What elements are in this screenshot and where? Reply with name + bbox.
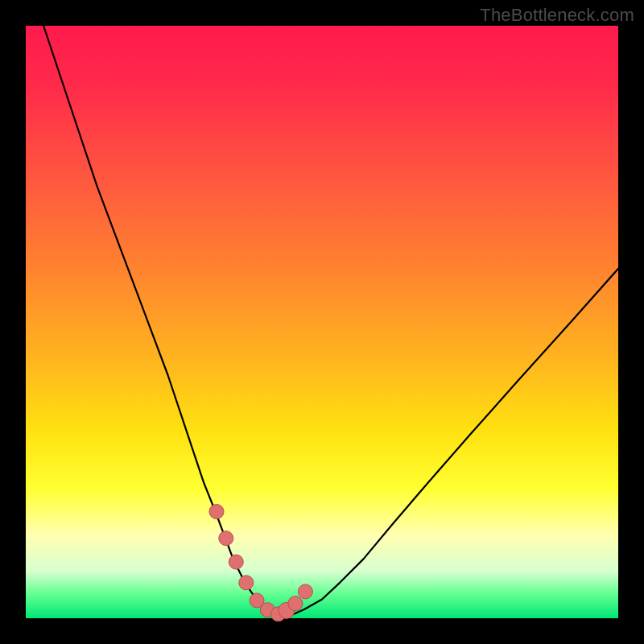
marker-point [209,505,224,519]
watermark-text: TheBottleneck.com [480,5,634,26]
chart-svg [26,26,618,618]
marker-point [288,597,303,611]
plot-area [26,26,618,618]
marker-point [219,531,233,546]
bottleneck-curve-line [43,26,618,615]
marker-point [229,555,243,569]
outer-frame: TheBottleneck.com [0,0,644,644]
marker-group [209,505,312,621]
marker-point [298,584,312,599]
marker-point [239,576,254,590]
